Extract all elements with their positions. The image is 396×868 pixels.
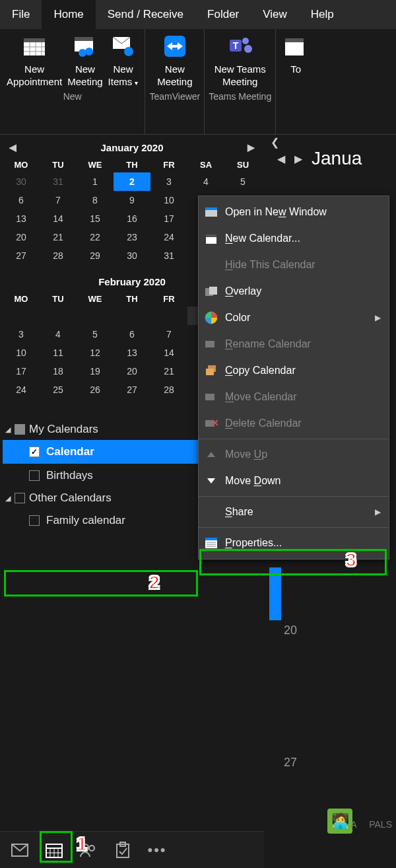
day-cell[interactable]: 23 [114,228,150,246]
day-cell[interactable]: 11 [40,344,77,362]
down-icon [204,474,218,488]
day-cell[interactable]: 4 [187,172,224,191]
collapse-pane-icon[interactable]: ❮ [271,136,279,149]
day-cell[interactable]: 10 [150,191,187,209]
context-label: Color [225,312,250,324]
day-cell[interactable]: 6 [3,191,40,209]
tasks-nav-icon[interactable] [107,836,139,865]
teamviewer-meeting-button[interactable]: New Meeting [154,29,195,90]
day-cell[interactable]: 20 [114,362,150,380]
new-meeting-button[interactable]: New Meeting [65,29,105,90]
group-checkbox[interactable] [15,493,25,503]
day-cell[interactable]: 31 [40,172,77,191]
day-cell[interactable]: 16 [114,209,150,228]
menu-home[interactable]: Home [42,0,95,29]
day-cell[interactable]: 22 [77,228,114,246]
day-cell[interactable]: 21 [40,228,77,246]
people-nav-icon[interactable] [73,836,104,865]
context-color[interactable]: Color▶ [199,305,389,331]
day-cell [40,307,77,325]
day-cell[interactable]: 27 [114,380,150,399]
day-cell[interactable]: 25 [40,380,77,399]
delete-icon [204,416,218,431]
ribbon-group-teamviewer: New Meeting TeamViewer [145,29,205,134]
navigation-bar: ••• [0,831,264,868]
teams-meeting-button[interactable]: T New Teams Meeting [212,29,269,90]
calendar-checkbox[interactable] [29,470,40,481]
day-cell[interactable]: 28 [150,380,187,399]
group-checkbox[interactable] [15,424,25,435]
day-cell[interactable]: 8 [77,191,114,209]
day-cell[interactable]: 31 [150,246,187,265]
day-cell[interactable]: 5 [77,325,114,344]
menu-send-receive[interactable]: Send / Receive [96,0,195,29]
calendar-checkbox[interactable]: ✓ [29,447,40,457]
prev-month-icon[interactable]: ◀ [9,142,16,153]
ribbon-label: New [24,63,44,76]
ribbon-today-button[interactable]: To [280,29,312,77]
day-cell[interactable]: 3 [3,325,40,344]
-icon [204,505,218,519]
day-cell[interactable]: 5 [224,172,261,191]
day-cell[interactable]: 13 [3,209,40,228]
appointment-block[interactable] [269,567,281,620]
day-cell[interactable]: 17 [3,362,40,380]
mail-nav-icon[interactable] [4,836,36,865]
context-delete-calendar: Delete Calendar [199,410,389,437]
day-cell[interactable]: 27 [3,246,40,265]
calendar-context-menu: Open in New WindowNew Calendar...Hide Th… [198,196,389,560]
day-cell[interactable]: 17 [150,209,187,228]
day-cell[interactable]: 30 [3,172,40,191]
ribbon-group-teams: T New Teams Meeting Teams Meeting [205,29,276,134]
context-label: New Calendar... [225,233,300,244]
menu-file[interactable]: File [0,0,42,29]
day-cell[interactable]: 28 [40,246,77,265]
day-cell[interactable]: 24 [150,228,187,246]
day-cell[interactable]: 20 [3,228,40,246]
day-cell[interactable]: 24 [3,380,40,399]
prev-period-icon[interactable]: ◀ [277,153,285,165]
context-new-calendar[interactable]: New Calendar... [199,225,389,252]
new-items-button[interactable]: New Items ▾ [106,29,141,90]
menu-help[interactable]: Help [299,0,346,29]
day-cell[interactable]: 3 [150,172,187,191]
day-cell[interactable]: 7 [40,191,77,209]
day-cell[interactable]: 4 [40,325,77,344]
next-period-icon[interactable]: ▶ [294,153,302,165]
teamviewer-icon [162,33,188,59]
day-cell[interactable]: 19 [77,362,114,380]
menu-view[interactable]: View [251,0,299,29]
day-cell[interactable]: 13 [114,344,150,362]
day-cell[interactable]: 9 [114,191,150,209]
day-cell[interactable]: 2 [114,172,150,191]
next-month-icon[interactable]: ▶ [248,142,255,153]
day-cell[interactable]: 14 [150,344,187,362]
context-copy-calendar[interactable]: Copy Calendar [199,357,389,384]
day-cell[interactable]: 10 [3,344,40,362]
month-title: February 2020 [98,276,166,287]
day-cell[interactable]: 30 [114,246,150,265]
day-cell[interactable]: 7 [150,325,187,344]
context-label: Share [225,506,253,518]
day-cell[interactable]: 21 [150,362,187,380]
day-cell[interactable]: 29 [77,246,114,265]
day-cell[interactable]: 26 [77,380,114,399]
new-appointment-button[interactable]: New Appointment [4,29,65,90]
svg-point-10 [79,49,86,57]
calendar-checkbox[interactable] [29,515,40,526]
context-open-in-new-window[interactable]: Open in New Window [199,199,389,225]
context-share[interactable]: Share▶ [199,499,389,525]
day-cell[interactable]: 6 [114,325,150,344]
context-move-down[interactable]: Move Down [199,468,389,494]
month-title: January 2020 [100,142,163,153]
day-cell[interactable]: 12 [77,344,114,362]
calendar-nav-icon[interactable] [38,836,70,865]
day-cell[interactable]: 18 [40,362,77,380]
day-cell[interactable]: 14 [40,209,77,228]
day-cell[interactable]: 1 [77,172,114,191]
day-cell[interactable]: 15 [77,209,114,228]
menu-folder[interactable]: Folder [195,0,251,29]
context-overlay[interactable]: Overlay [199,278,389,305]
context-properties[interactable]: Properties... [199,530,389,556]
more-nav-icon[interactable]: ••• [141,836,173,865]
